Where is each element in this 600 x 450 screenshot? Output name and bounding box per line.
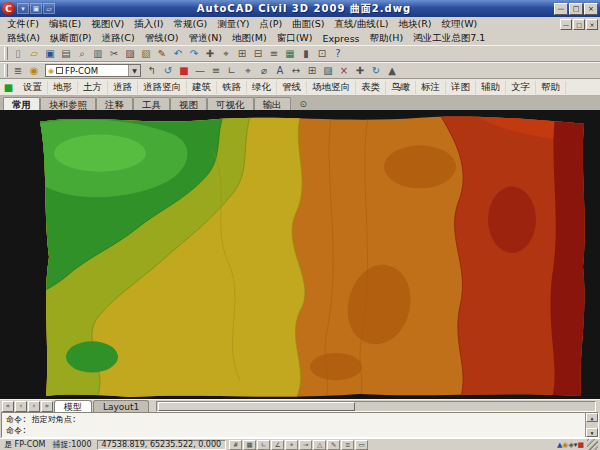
doc-restore-button[interactable]: □ xyxy=(573,19,585,30)
doc-close-button[interactable]: × xyxy=(586,19,598,30)
menu-item-4[interactable]: 管道(N) xyxy=(184,32,228,45)
horizontal-scrollbar[interactable] xyxy=(156,401,596,412)
ortho-toggle[interactable]: ∟ xyxy=(257,440,270,450)
hy-tab-9[interactable]: 场地竖向 xyxy=(307,81,356,94)
hy-tab-0[interactable]: 设置 xyxy=(18,81,48,94)
ribbon-tab-tools[interactable]: 工具 xyxy=(133,97,170,110)
ducs-toggle[interactable]: △ xyxy=(313,440,326,450)
hy-tab-7[interactable]: 绿化 xyxy=(247,81,277,94)
menu-item-1[interactable]: 纵断面(P) xyxy=(45,32,97,45)
minimize-button[interactable]: — xyxy=(554,3,568,15)
doc-minimize-button[interactable]: — xyxy=(560,19,572,30)
menu-item-9[interactable]: 鸿业工业总图7.1 xyxy=(408,32,490,45)
menu-item-3[interactable]: 管线(O) xyxy=(140,32,184,45)
lineweight-icon[interactable]: ≡ xyxy=(208,63,224,78)
hy-tab-14[interactable]: 辅助 xyxy=(476,81,506,94)
ribbon-tab-view[interactable]: 视图 xyxy=(170,97,207,110)
title-bar[interactable]: C ▾▣▱ AutoCAD Civil 3D 2009 曲面2.dwg —□× xyxy=(0,0,600,17)
command-input-line[interactable]: 命令: xyxy=(6,425,582,436)
hy-tab-13[interactable]: 详图 xyxy=(446,81,476,94)
quickcalc-icon[interactable]: ⊡ xyxy=(314,46,330,61)
properties-icon[interactable]: ≡ xyxy=(266,46,282,61)
menu-item-3[interactable]: 插入(I) xyxy=(129,18,168,31)
cmd-scroll-up-icon[interactable]: ▲ xyxy=(586,413,598,422)
first-layout-icon[interactable]: « xyxy=(2,401,14,412)
menu-item-2[interactable]: 道路(C) xyxy=(97,32,140,45)
resize-grip[interactable] xyxy=(587,439,598,450)
hatch-icon[interactable]: ▨ xyxy=(320,63,336,78)
qat-save-icon[interactable]: ▣ xyxy=(30,3,42,14)
ribbon-tab-visualize[interactable]: 可视化 xyxy=(207,97,254,110)
plot-preview-icon[interactable]: ⌕ xyxy=(74,46,90,61)
zoom-previous-icon[interactable]: ⊟ xyxy=(250,46,266,61)
new-icon[interactable]: ▯ xyxy=(10,46,26,61)
menu-item-7[interactable]: 曲面(S) xyxy=(287,18,329,31)
text-tool-icon[interactable]: A xyxy=(272,63,288,78)
dyn-toggle[interactable]: ✎ xyxy=(327,440,340,450)
osnap-toggle[interactable]: ⌖ xyxy=(285,440,298,450)
ribbon-cycle-icon[interactable]: ⊙ xyxy=(300,99,308,109)
layer-states-icon[interactable]: ◉ xyxy=(26,63,42,78)
cut-icon[interactable]: ✂ xyxy=(106,46,122,61)
hy-tab-12[interactable]: 标注 xyxy=(416,81,446,94)
next-layout-icon[interactable]: › xyxy=(28,401,40,412)
model-toggle[interactable]: ▭ xyxy=(355,440,368,450)
hy-tab-1[interactable]: 地形 xyxy=(48,81,78,94)
menu-item-6[interactable]: 点(P) xyxy=(254,18,287,31)
copy-icon[interactable]: ▨ xyxy=(122,46,138,61)
layer-previous-icon[interactable]: ↺ xyxy=(160,63,176,78)
table-icon[interactable]: ⊞ xyxy=(304,63,320,78)
coordinates-readout[interactable]: 47538.819, 65235.522, 0.000 xyxy=(97,440,227,450)
tool-palettes-icon[interactable]: ▮ xyxy=(298,46,314,61)
otrack-toggle[interactable]: → xyxy=(299,440,312,450)
help-icon[interactable]: ? xyxy=(330,46,346,61)
menu-item-7[interactable]: Express xyxy=(317,33,364,44)
menu-item-6[interactable]: 窗口(W) xyxy=(272,32,318,45)
hy-tab-3[interactable]: 道路 xyxy=(108,81,138,94)
plot-icon[interactable]: ▤ xyxy=(58,46,74,61)
linetype-icon[interactable]: — xyxy=(192,63,208,78)
horizontal-scrollbar-thumb[interactable] xyxy=(158,402,355,411)
hy-tab-5[interactable]: 建筑 xyxy=(187,81,217,94)
menu-item-0[interactable]: 路线(A) xyxy=(2,32,45,45)
hy-tab-8[interactable]: 管线 xyxy=(277,81,307,94)
undo-icon[interactable]: ↶ xyxy=(170,46,186,61)
toolbar-grip[interactable] xyxy=(4,47,8,60)
layout1-tab[interactable]: Layout1 xyxy=(93,400,149,412)
match-properties-icon[interactable]: ✎ xyxy=(154,46,170,61)
snap-toggle[interactable]: # xyxy=(229,440,242,450)
open-icon[interactable]: ▱ xyxy=(26,46,42,61)
drawing-canvas[interactable] xyxy=(0,110,600,399)
move-icon[interactable]: ✚ xyxy=(352,63,368,78)
menu-item-8[interactable]: 帮助(H) xyxy=(365,32,409,45)
ribbon-tab-output[interactable]: 输出 xyxy=(254,97,291,110)
color-swatch-icon[interactable]: ■ xyxy=(176,63,192,78)
osnap-tool-icon[interactable]: ⌖ xyxy=(240,63,256,78)
menu-item-0[interactable]: 文件(F) xyxy=(2,18,44,31)
redo-icon[interactable]: ↷ xyxy=(186,46,202,61)
menu-item-1[interactable]: 编辑(E) xyxy=(44,18,86,31)
ortho-tool-icon[interactable]: ∟ xyxy=(224,63,240,78)
grid-toggle[interactable]: ▦ xyxy=(243,440,256,450)
hy-tab-16[interactable]: 帮助 xyxy=(536,81,566,94)
command-scrollbar[interactable]: ▲▼ xyxy=(585,413,598,437)
toolbar-grip-2[interactable] xyxy=(4,64,8,77)
trusted-dwg-icon[interactable]: ■ xyxy=(577,441,584,449)
zoom-window-icon[interactable]: ⊞ xyxy=(234,46,250,61)
menu-item-8[interactable]: 直线/曲线(L) xyxy=(330,18,394,31)
hy-tab-4[interactable]: 道路竖向 xyxy=(138,81,187,94)
qat-open-icon[interactable]: ▱ xyxy=(43,3,55,14)
last-layout-icon[interactable]: » xyxy=(41,401,53,412)
save-icon[interactable]: ▣ xyxy=(42,46,58,61)
hy-tab-10[interactable]: 表类 xyxy=(356,81,386,94)
model-tab[interactable]: 模型 xyxy=(54,400,92,412)
ribbon-tab-annotate[interactable]: 注释 xyxy=(96,97,133,110)
hy-tab-6[interactable]: 铁路 xyxy=(217,81,247,94)
layer-combo[interactable]: ◉ FP-COM ▼ xyxy=(45,64,141,77)
restore-button[interactable]: □ xyxy=(569,3,583,15)
erase-icon[interactable]: × xyxy=(336,63,352,78)
command-line[interactable]: 命令: 指定对角点: 命令: ▲▼ xyxy=(1,412,599,438)
zoom-realtime-icon[interactable]: ⌖ xyxy=(218,46,234,61)
menu-item-9[interactable]: 地块(R) xyxy=(393,18,436,31)
measure-icon[interactable]: ⌀ xyxy=(256,63,272,78)
